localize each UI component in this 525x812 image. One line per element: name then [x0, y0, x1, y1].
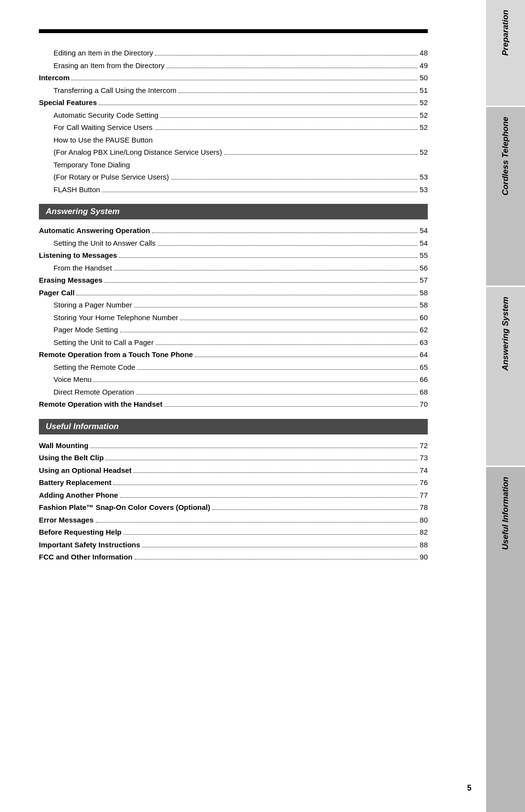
toc-entry: Important Safety Instructions 88 — [39, 540, 428, 551]
toc-entry: Storing a Pager Number 58 — [39, 300, 428, 311]
toc-label: Listening to Messages — [39, 250, 117, 261]
toc-label: Wall Mounting — [39, 440, 88, 451]
toc-dots — [76, 295, 418, 295]
toc-entry: From the Handset 56 — [39, 263, 428, 274]
toc-label: Remote Operation with the Handset — [39, 399, 162, 410]
toc-dots — [164, 406, 418, 407]
toc-label: Automatic Answering Operation — [39, 225, 150, 236]
toc-entry: Temporary Tone Dialing — [39, 160, 428, 171]
toc-page: 68 — [420, 387, 428, 398]
section-header-answering: Answering System — [39, 204, 428, 219]
toc-dots — [90, 448, 418, 448]
toc-entry: Voice Menu 66 — [39, 374, 428, 385]
toc-dots — [212, 509, 418, 510]
page-container: Editing an Item in the Directory 48 Eras… — [0, 0, 525, 812]
toc-label: FCC and Other Information — [39, 552, 133, 563]
toc-dots — [160, 117, 418, 118]
toc-entry: Intercom 50 — [39, 72, 428, 84]
toc-dots — [142, 547, 418, 547]
toc-page: 70 — [420, 399, 428, 410]
toc-label: Fashion Plate™ Snap-On Color Covers (Opt… — [39, 502, 210, 513]
toc-label: Storing a Pager Number — [53, 300, 132, 311]
toc-page: 52 — [420, 147, 428, 158]
toc-entry: Remote Operation with the Handset 70 — [39, 399, 428, 410]
toc-label: Pager Mode Setting — [53, 325, 118, 336]
toc-entry: How to Use the PAUSE Button — [39, 135, 428, 146]
sidebar-section-preparation: Preparation — [486, 0, 525, 107]
toc-page: 50 — [420, 72, 428, 84]
toc-page: 54 — [420, 238, 428, 249]
toc-page: 60 — [420, 312, 428, 324]
toc-page: 58 — [420, 288, 428, 299]
toc-dots — [71, 80, 418, 80]
toc-entry: Editing an Item in the Directory 48 — [39, 48, 428, 59]
toc-label: Before Requesting Help — [39, 527, 122, 538]
toc-page: 49 — [420, 60, 428, 72]
toc-dots — [155, 129, 418, 130]
toc-page: 65 — [420, 362, 428, 373]
toc-dots — [134, 307, 418, 307]
toc-page: 82 — [420, 527, 428, 538]
toc-dots — [105, 282, 418, 283]
toc-page: 64 — [420, 349, 428, 361]
toc-label: Setting the Remote Code — [53, 362, 135, 373]
toc-entry: Storing Your Home Telephone Number 60 — [39, 312, 428, 324]
toc-label: Adding Another Phone — [39, 490, 118, 501]
toc-label: Important Safety Instructions — [39, 540, 140, 551]
toc-dots — [137, 369, 418, 370]
toc-label: FLASH Button — [53, 184, 100, 196]
toc-dots — [171, 179, 418, 180]
toc-page: 53 — [420, 184, 428, 196]
toc-label: Pager Call — [39, 288, 74, 299]
toc-entry: Pager Mode Setting 62 — [39, 325, 428, 336]
toc-entry: Erasing Messages 57 — [39, 275, 428, 286]
toc-entry: Adding Another Phone 77 — [39, 490, 428, 501]
toc-entry: Erasing an Item from the Directory 49 — [39, 60, 428, 72]
toc-page: 57 — [420, 275, 428, 286]
toc-dots — [105, 460, 418, 460]
toc-page: 53 — [420, 172, 428, 183]
toc-dots — [155, 55, 418, 55]
toc-label: Erasing an Item from the Directory — [53, 60, 164, 72]
sidebar-tab-answering: Answering System — [486, 287, 525, 380]
toc-entry: Using an Optional Headset 74 — [39, 465, 428, 476]
toc-entry: Using the Belt Clip 73 — [39, 452, 428, 464]
toc-dots — [166, 68, 418, 68]
toc-page: 76 — [420, 477, 428, 488]
toc-label: Remote Operation from a Touch Tone Phone — [39, 349, 193, 361]
toc-label: Transferring a Call Using the Intercom — [53, 85, 176, 96]
toc-dots — [99, 105, 418, 105]
toc-dots — [96, 522, 418, 523]
toc-entry: (For Analog PBX Line/Long Distance Servi… — [39, 147, 428, 158]
toc-dots — [114, 270, 418, 271]
toc-label: Erasing Messages — [39, 275, 103, 286]
sidebar-tab-cordless: Cordless Telephone — [486, 107, 525, 205]
toc-page: 66 — [420, 374, 428, 385]
toc-dots — [180, 320, 418, 320]
toc-entry: Setting the Unit to Answer Calls 54 — [39, 238, 428, 249]
toc-page: 51 — [420, 85, 428, 96]
toc-dots — [113, 485, 418, 485]
toc-page: 62 — [420, 325, 428, 336]
toc-dots — [93, 381, 418, 382]
toc-page: 77 — [420, 490, 428, 501]
toc-dots — [119, 257, 418, 258]
toc-dots — [178, 92, 418, 93]
toc-dots — [224, 154, 418, 155]
sidebar-tab-useful: Useful Information — [486, 467, 525, 559]
toc-page: 48 — [420, 48, 428, 59]
toc-label: Intercom — [39, 72, 70, 84]
toc-entry: Special Features 52 — [39, 97, 428, 108]
toc-dots — [195, 357, 418, 357]
toc-label: How to Use the PAUSE Button — [53, 136, 153, 144]
toc-label: Setting the Unit to Call a Pager — [53, 337, 154, 348]
toc-dots — [158, 245, 418, 246]
toc-page: 52 — [420, 97, 428, 108]
main-content: Editing an Item in the Directory 48 Eras… — [0, 0, 486, 812]
toc-page: 58 — [420, 300, 428, 311]
toc-page: 78 — [420, 502, 428, 513]
toc-entry: (For Rotary or Pulse Service Users) 53 — [39, 172, 428, 183]
toc-entry: Before Requesting Help 82 — [39, 527, 428, 538]
toc-dots — [134, 472, 418, 473]
toc-label: Automatic Security Code Setting — [53, 110, 158, 121]
